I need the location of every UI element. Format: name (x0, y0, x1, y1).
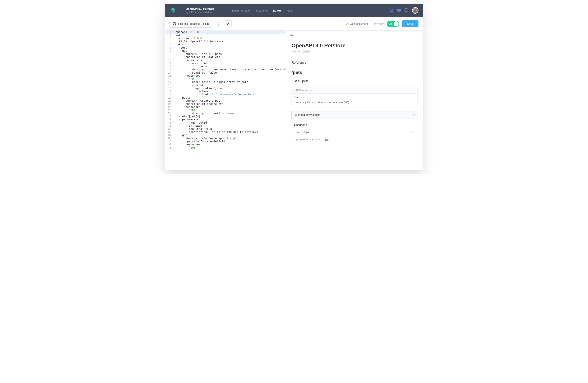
preview-header (286, 31, 423, 39)
brand-logo-icon[interactable] (169, 7, 176, 14)
code-line[interactable]: 11▾ - name: limit (165, 62, 286, 65)
code-line[interactable]: 31 in: path (165, 124, 286, 128)
code-line[interactable]: 14 required: false (165, 71, 286, 75)
nav-item-tests[interactable]: Tests (286, 9, 293, 12)
code-line[interactable]: 37▾ responses: (165, 143, 286, 146)
code-line[interactable]: 36 operationId: showPetById (165, 140, 286, 143)
project-info: OpenAPI 3.0 Petstore Kyle Fuller • oaspe… (186, 7, 215, 14)
code-line[interactable]: 32 required: true (165, 128, 286, 131)
chevron-down-icon (218, 10, 221, 11)
code-line[interactable]: 1openapi: 3.0.0 (165, 31, 286, 34)
code-line[interactable]: 7▾ get: (165, 49, 286, 53)
code-line[interactable]: 24 operationId: createPets (165, 103, 286, 106)
svg-line-18 (217, 22, 217, 23)
uri-parameters-box: URI Parameters limit How many items to r… (292, 87, 418, 106)
nav-item-inspector[interactable]: Inspector (256, 9, 268, 12)
code-line[interactable]: 13 description: How many items to return… (165, 68, 286, 71)
font-size-button[interactable]: A (225, 20, 232, 27)
code-line[interactable]: 23 summary: Create a pet (165, 99, 286, 103)
svg-point-4 (392, 9, 393, 10)
github-icon (173, 22, 176, 26)
svg-point-13 (218, 23, 219, 25)
preview-menu-button[interactable] (290, 33, 419, 36)
sun-icon (216, 22, 221, 26)
code-line[interactable]: 5▾paths: (165, 43, 286, 46)
code-line[interactable]: 12 in: query (165, 65, 286, 68)
preview-body: OpenAPI 3.0 Petstore Version: 1.0.0 Refe… (286, 39, 423, 145)
user-avatar[interactable]: 👤 (412, 7, 419, 14)
code-line[interactable]: 19▾ application/json: (165, 87, 286, 90)
code-line[interactable]: 22▾ post: (165, 96, 286, 99)
code-line[interactable]: 8 summary: List all pets (165, 53, 286, 56)
chevron-right-icon (413, 114, 415, 116)
param-section-header: URI Parameters (292, 87, 418, 94)
code-line[interactable]: 17 description: A paged array of pets (165, 81, 286, 84)
code-line[interactable]: 35 summary: Info for a specific pet (165, 137, 286, 140)
code-line[interactable]: 4 title: OpenAPI 3.0 Petstore (165, 40, 286, 43)
svg-line-21 (219, 22, 220, 23)
code-line[interactable]: 27 description: Null response (165, 112, 286, 115)
code-line[interactable]: 2▾info: (165, 34, 286, 37)
code-editor[interactable]: 1openapi: 3.0.02▾info:3 version: 1.0.04 … (165, 31, 286, 170)
code-line[interactable]: 26▾ '201': (165, 109, 286, 112)
code-line[interactable]: 38▾ '200': (165, 146, 286, 150)
hamburger-icon (290, 33, 294, 36)
header-actions: ? 👤 (390, 7, 419, 14)
code-line[interactable]: 18▾ content: (165, 84, 286, 87)
editor-toolbar: Link this Project to GitHub A Valid docu… (165, 17, 423, 31)
code-line[interactable]: 29▾ parameters: (165, 118, 286, 121)
code-line[interactable]: 16▾ '200': (165, 77, 286, 81)
code-line[interactable]: 21 $ref: "#/components/schemas/Pets" (165, 93, 286, 96)
team-button[interactable] (390, 9, 394, 12)
toggle-thumb (394, 21, 399, 26)
preview-pane: OpenAPI 3.0 Petstore Version: 1.0.0 Refe… (286, 31, 423, 170)
api-title: OpenAPI 3.0 Petstore (292, 43, 418, 49)
main-nav: DocumentationInspectorEditorTests (232, 9, 293, 12)
svg-line-19 (219, 25, 220, 25)
schema-box: object 0 (294, 129, 415, 136)
divider (181, 7, 181, 14)
code-line[interactable]: 28▾ /pets/{petId}: (165, 115, 286, 118)
inherit-link[interactable]: Pet (325, 138, 329, 141)
svg-point-8 (398, 10, 399, 11)
settings-button[interactable] (397, 9, 401, 12)
validation-status: Valid document (342, 20, 371, 27)
operation-summary: List all pets (292, 79, 418, 83)
preview-toggle-label: Preview (374, 22, 384, 25)
theme-toggle-button[interactable] (215, 20, 222, 27)
chevron-down-icon (297, 132, 299, 134)
svg-point-3 (390, 9, 391, 10)
code-line[interactable]: 9 operationId: listPets (165, 56, 286, 59)
app-header: OpenAPI 3.0 Petstore Kyle Fuller • oaspe… (165, 4, 423, 17)
toolbar-right: Valid document Preview On Save (342, 20, 419, 27)
link-github-button[interactable]: Link this Project to GitHub (169, 20, 212, 28)
code-line[interactable]: 34▾ get: (165, 134, 286, 137)
svg-text:?: ? (406, 9, 407, 11)
reference-heading: Reference (292, 61, 418, 64)
save-button[interactable]: Save (402, 20, 419, 27)
svg-line-20 (217, 25, 217, 25)
code-line[interactable]: 15▾ responses: (165, 74, 286, 77)
project-subtitle: Kyle Fuller • oaspetstore (186, 11, 215, 14)
code-line[interactable]: 30▾ - name: petId (165, 121, 286, 125)
code-line[interactable]: 25▾ responses: (165, 106, 286, 109)
code-line[interactable]: 10▾ parameters: (165, 59, 286, 62)
parameter-description: How many items to return at one time (ma… (294, 101, 415, 104)
inherit-note: 3 properties inherited from Pet (294, 138, 415, 141)
checkmark-icon (345, 23, 348, 25)
response-toggle[interactable]: A paged array of pets (292, 111, 418, 119)
code-line[interactable]: 20▾ schema: (165, 90, 286, 93)
parameter-row: limit How many items to return at one ti… (292, 94, 418, 106)
preview-toggle[interactable]: On (387, 21, 399, 27)
response-section-label: Response (294, 123, 418, 126)
project-dropdown-toggle[interactable] (217, 7, 222, 14)
nav-item-editor[interactable]: Editor (273, 9, 281, 12)
schema-row[interactable]: object 0 (294, 129, 415, 136)
code-line[interactable]: 33 description: The id of the pet to ret… (165, 131, 286, 134)
code-line[interactable]: 6▾ /pets: (165, 46, 286, 50)
parameter-name: limit (294, 96, 415, 99)
code-line[interactable]: 3 version: 1.0.0 (165, 37, 286, 40)
path-heading: /pets (292, 70, 418, 75)
help-button[interactable]: ? (404, 8, 408, 13)
nav-item-documentation[interactable]: Documentation (232, 9, 251, 12)
